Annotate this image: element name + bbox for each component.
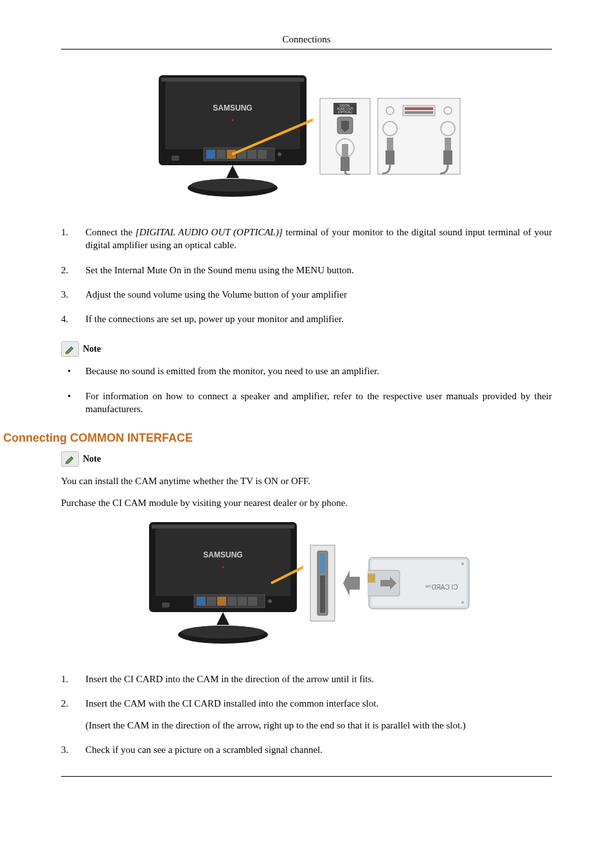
svg-point-64 <box>461 563 464 565</box>
ci-step-1: Insert the CI CARD into the CAM in the d… <box>61 673 552 685</box>
svg-text:(OPTICAL): (OPTICAL) <box>338 111 353 114</box>
svg-rect-46 <box>217 597 226 606</box>
svg-rect-40 <box>152 525 294 529</box>
ci-step-3: Check if you can see a picture on a scra… <box>61 743 552 756</box>
note-label: Note <box>83 454 101 464</box>
footer-rule <box>61 776 552 777</box>
arrow-left-icon <box>342 567 361 599</box>
terminal-name: [DIGITAL AUDIO OUT (OPTICAL)] <box>136 227 283 237</box>
svg-rect-25 <box>341 157 350 171</box>
ci-steps-list: Insert the CI CARD into the CAM in the d… <box>61 673 552 757</box>
ci-slot-closeup <box>310 545 335 622</box>
svg-text:SAMSUNG: SAMSUNG <box>203 550 242 559</box>
svg-rect-29 <box>403 105 435 116</box>
bullet-1: Because no sound is emitted from the mon… <box>61 365 552 377</box>
svg-point-42 <box>222 566 224 568</box>
svg-rect-62 <box>368 574 375 583</box>
svg-rect-11 <box>258 150 267 159</box>
svg-rect-6 <box>206 150 215 159</box>
step-3: Adjust the sound volume using the Volume… <box>61 288 552 301</box>
svg-point-53 <box>181 626 265 638</box>
svg-rect-30 <box>405 107 433 110</box>
svg-rect-31 <box>405 111 433 114</box>
svg-rect-49 <box>248 597 257 606</box>
paragraph-cam-purchase: Purchase the CI CAM module by visiting y… <box>61 496 552 509</box>
ci-step-2: Insert the CAM with the CI CARD installe… <box>61 697 552 732</box>
note-callout-2: Note <box>61 451 552 467</box>
svg-rect-45 <box>207 597 216 606</box>
svg-rect-44 <box>197 597 206 606</box>
figure-optical-connection: SAMSUNG <box>61 72 552 203</box>
svg-rect-58 <box>320 575 325 613</box>
svg-rect-36 <box>445 138 451 150</box>
svg-point-4 <box>232 120 234 122</box>
monitor-illustration-2: SAMSUNG <box>143 519 303 647</box>
step-4: If the connections are set up, power up … <box>61 312 552 325</box>
note-icon <box>61 341 79 357</box>
ci-card-illustration: CI CARD™ <box>368 551 470 615</box>
paragraph-cam-install: You can install the CAM anytime whether … <box>61 475 552 487</box>
svg-rect-13 <box>172 156 179 161</box>
section-heading-common-interface: Connecting COMMON INTERFACE <box>3 431 552 445</box>
svg-rect-47 <box>227 597 236 606</box>
svg-rect-35 <box>386 150 395 165</box>
svg-rect-37 <box>443 150 452 165</box>
svg-point-12 <box>278 152 281 156</box>
note-icon <box>61 451 79 467</box>
svg-rect-7 <box>217 150 226 159</box>
svg-rect-57 <box>320 554 325 573</box>
note-bullets: Because no sound is emitted from the mon… <box>61 365 552 415</box>
ci-step-2-sub: (Insert the CAM in the direction of the … <box>85 719 552 732</box>
svg-point-50 <box>268 599 272 603</box>
svg-rect-10 <box>247 150 256 159</box>
step-1: Connect the [DIGITAL AUDIO OUT (OPTICAL)… <box>61 226 552 252</box>
svg-rect-34 <box>387 138 393 150</box>
note-label: Note <box>83 344 101 354</box>
svg-text:SAMSUNG: SAMSUNG <box>213 104 252 113</box>
step-2: Set the Internal Mute On in the Sound me… <box>61 264 552 276</box>
optical-steps-list: Connect the [DIGITAL AUDIO OUT (OPTICAL)… <box>61 226 552 325</box>
svg-rect-1 <box>165 82 300 149</box>
monitor-illustration: SAMSUNG <box>152 72 313 201</box>
note-callout: Note <box>61 341 552 357</box>
bullet-2: For information on how to connect a spea… <box>61 390 552 416</box>
svg-rect-48 <box>238 597 247 606</box>
page-header-title: Connections <box>61 34 552 45</box>
header-rule <box>61 49 552 50</box>
svg-point-65 <box>461 601 464 604</box>
svg-point-15 <box>191 179 274 192</box>
svg-rect-51 <box>162 602 170 608</box>
svg-rect-2 <box>161 78 304 82</box>
svg-rect-24 <box>342 144 348 157</box>
amplifier-illustration <box>377 98 461 175</box>
svg-rect-39 <box>155 529 290 596</box>
figure-ci-card: SAMSUNG <box>61 519 552 650</box>
optical-port-closeup: DIGITAL AUDIO OUT (OPTICAL) <box>319 98 371 175</box>
svg-text:CI CARD™: CI CARD™ <box>425 584 458 591</box>
